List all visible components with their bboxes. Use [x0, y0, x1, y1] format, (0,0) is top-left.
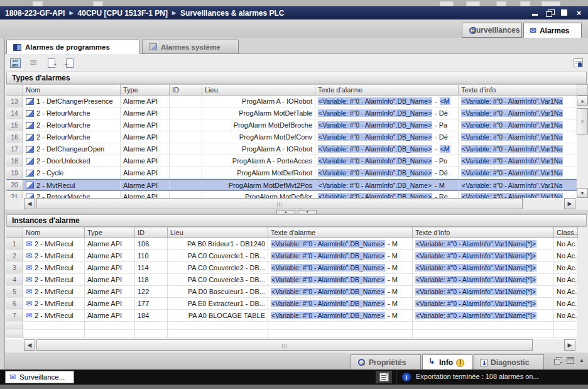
- scroll-right-arrow-icon[interactable]: ▶: [564, 339, 575, 351]
- instances-table-row[interactable]: 3✉2 - MvtReculAlarme API114PA C0 Couverc…: [6, 262, 577, 274]
- breadcrumb-item[interactable]: 40CPU [CPU 1513F-1 PN]: [78, 9, 168, 18]
- scroll-down-arrow-icon[interactable]: ▼: [577, 188, 588, 198]
- tab-surveillances[interactable]: Surveillances: [462, 23, 522, 38]
- maximize-button[interactable]: [560, 9, 569, 16]
- row-number: 20: [6, 180, 23, 190]
- instances-section-title-label: Instances d'alarme: [12, 216, 80, 225]
- alarm-text-cell: <Variable: #"0 - AlarmInfo".DB_Name>- Dé: [315, 167, 459, 178]
- alarm-type-icon: [26, 98, 34, 105]
- types-table-row[interactable]: 182 - DoorUnlockedAlarme APIProgAlarm A …: [6, 155, 577, 167]
- close-button[interactable]: ×: [575, 9, 583, 16]
- minimize-button[interactable]: [531, 9, 540, 16]
- tab-info[interactable]: Info i: [422, 354, 472, 370]
- splitter-down-icon[interactable]: ▼: [298, 210, 317, 214]
- empty-cell: [268, 330, 413, 337]
- column-header[interactable]: Nom: [23, 227, 85, 238]
- expand-up-icon[interactable]: ▲: [579, 358, 584, 363]
- instances-table-row[interactable]: 1✉2 - MvtReculAlarme API106PA B0 Brideur…: [6, 238, 577, 250]
- types-table-row[interactable]: 142 - RetourMarcheAlarme APIProgAlarm Mo…: [6, 107, 577, 119]
- breadcrumb-item[interactable]: Surveillances & alarmes PLC: [180, 9, 284, 18]
- scroll-right-arrow-icon[interactable]: ▶: [564, 198, 575, 209]
- breadcrumb[interactable]: 1808-223-GF-API▶40CPU [CPU 1513F-1 PN]▶S…: [5, 9, 285, 18]
- breadcrumb-arrow-icon: ▶: [69, 10, 73, 16]
- column-header[interactable]: ID: [170, 84, 202, 96]
- table-splitter[interactable]: ▲ ▼: [5, 209, 588, 214]
- column-header[interactable]: Texte d'info: [413, 227, 554, 238]
- types-table-row[interactable]: 131 - DefChangerPresenceAlarme APIProgAl…: [6, 96, 577, 107]
- toolbar-fragment: [466, 1, 480, 6]
- location-cell: PA B0 Brideur1 - DB1240: [168, 238, 268, 249]
- column-header[interactable]: Texte d'info: [459, 84, 578, 96]
- types-table-row[interactable]: 192 - CycleAlarme APIProgAlarm MotDefRob…: [6, 167, 577, 179]
- scroll-up-arrow-icon[interactable]: ▲: [577, 96, 588, 106]
- type-cell: Alarme API: [121, 180, 170, 190]
- export-status-icon[interactable]: [376, 371, 392, 383]
- tab-proprietes[interactable]: Propriétés: [351, 354, 421, 370]
- sub-tab-strip: Alarmes de programmes Alarmes système: [5, 38, 588, 54]
- column-header[interactable]: Type: [85, 227, 135, 238]
- splitter-up-icon[interactable]: ▲: [276, 210, 295, 214]
- id-cell: 118: [135, 274, 168, 285]
- variable-chip: <Variable: #"0 - AlarmInfo".Var1Na: [461, 145, 563, 153]
- column-header[interactable]: Type: [121, 84, 170, 96]
- types-table-row[interactable]: 162 - RetourMarcheAlarme APIProgAlarm Mo…: [6, 131, 577, 143]
- alarm-text-suffix: - Dé: [435, 109, 448, 117]
- variable-chip: <Variable: #"0 - AlarmInfo".Var1Name[*]>: [415, 288, 536, 295]
- types-horizontal-scrollbar[interactable]: ◀ ||| ▶: [6, 198, 577, 209]
- info-text-cell: <Variable: #"0 - AlarmInfo".Var1Na: [459, 143, 577, 155]
- types-table-row[interactable]: 172 - DefChangeurOpenAlarme APIProgAlarm…: [6, 143, 577, 155]
- dec-hex-toggle-icon[interactable]: 123HEX: [9, 57, 21, 69]
- info-text-cell: <Variable: #"0 - AlarmInfo".Var1Name[*]>: [413, 310, 554, 321]
- scroll-thumb[interactable]: |||: [36, 198, 523, 209]
- info-text-cell: <Variable: #"0 - AlarmInfo".Var1Na: [459, 167, 577, 178]
- surveillance-task-button[interactable]: ✉ Surveillance...: [5, 371, 74, 383]
- types-table-row[interactable]: 202 - MvtReculAlarme APIProgAlarm MotDef…: [6, 179, 577, 191]
- row-number: 2: [6, 250, 23, 261]
- column-header[interactable]: ID: [135, 227, 168, 238]
- instances-horizontal-scrollbar[interactable]: ◀ ||| ▶: [6, 339, 577, 351]
- restore-button[interactable]: [546, 9, 554, 16]
- class-cell: No Ac...: [554, 310, 577, 321]
- instances-table-row[interactable]: 4✉2 - MvtReculAlarme API118PA C0 Couverc…: [6, 274, 577, 286]
- column-header[interactable]: Nom: [23, 84, 121, 96]
- instances-table-row[interactable]: 5✉2 - MvtReculAlarme API122PA D0 Bascule…: [6, 286, 577, 298]
- import-icon[interactable]: ←: [63, 57, 76, 69]
- envelope-icon: ✉: [26, 264, 32, 271]
- tab-alarmes-programmes[interactable]: Alarmes de programmes: [6, 40, 139, 54]
- instances-table-row[interactable]: 2✉2 - MvtReculAlarme API110PA C0 Couverc…: [6, 250, 577, 262]
- location-cell: ProgAlarm MotDefVer: [202, 191, 315, 198]
- export-icon[interactable]: →: [45, 57, 58, 69]
- column-header[interactable]: Class...: [554, 227, 578, 238]
- float-window-icon[interactable]: [554, 357, 562, 364]
- envelope-icon[interactable]: ✉: [27, 57, 40, 69]
- row-number: 7: [6, 310, 23, 321]
- scroll-left-arrow-icon[interactable]: ◀: [24, 198, 35, 209]
- list-view-icon[interactable]: [567, 357, 574, 364]
- types-table-row[interactable]: 152 - RetourMarcheAlarme APIProgAlarm Mo…: [6, 119, 577, 131]
- alarm-text-suffix: - Dé: [435, 133, 448, 141]
- scroll-thumb[interactable]: |||: [36, 339, 533, 351]
- alarm-type-icon: [26, 170, 34, 177]
- variable-chip: <Variable: #"0 - AlarmInfo".DB_Name>: [271, 276, 385, 283]
- types-vertical-scrollbar[interactable]: ▲ ≡ ▼: [577, 84, 588, 198]
- scroll-left-arrow-icon[interactable]: ◀: [24, 339, 35, 351]
- row-number: 14: [6, 107, 23, 119]
- tab-diagnostic[interactable]: Diagnostic: [474, 354, 544, 370]
- column-header[interactable]: Texte d'alarme: [268, 227, 413, 238]
- column-header[interactable]: Lieu: [168, 227, 268, 238]
- column-header[interactable]: Texte d'alarme: [315, 84, 459, 96]
- scroll-thumb[interactable]: ≡: [577, 108, 588, 134]
- column-layout-icon[interactable]: [572, 57, 584, 69]
- alarm-text-suffix: - Pa: [435, 121, 447, 129]
- empty-cell: [168, 322, 268, 329]
- row-number: 16: [6, 131, 23, 143]
- alarm-name: 2 - MvtRecul: [35, 240, 74, 248]
- breadcrumb-item[interactable]: 1808-223-GF-API: [5, 9, 65, 18]
- types-table-row[interactable]: 212 - RetourMarcheAlarme APIProgAlarm Mo…: [6, 191, 577, 198]
- column-header[interactable]: Lieu: [202, 84, 315, 96]
- instances-table-row[interactable]: 7✉2 - MvtReculAlarme API184PA A0 BLOCAGE…: [6, 310, 577, 322]
- location-cell: PA D0 Basculeur1 - DB...: [168, 286, 268, 297]
- tab-alarmes[interactable]: ✉ Alarmes: [523, 23, 582, 38]
- tab-alarmes-systeme[interactable]: Alarmes système: [142, 40, 239, 54]
- instances-table-row[interactable]: 6✉2 - MvtReculAlarme API177PA E0 Extract…: [6, 298, 577, 310]
